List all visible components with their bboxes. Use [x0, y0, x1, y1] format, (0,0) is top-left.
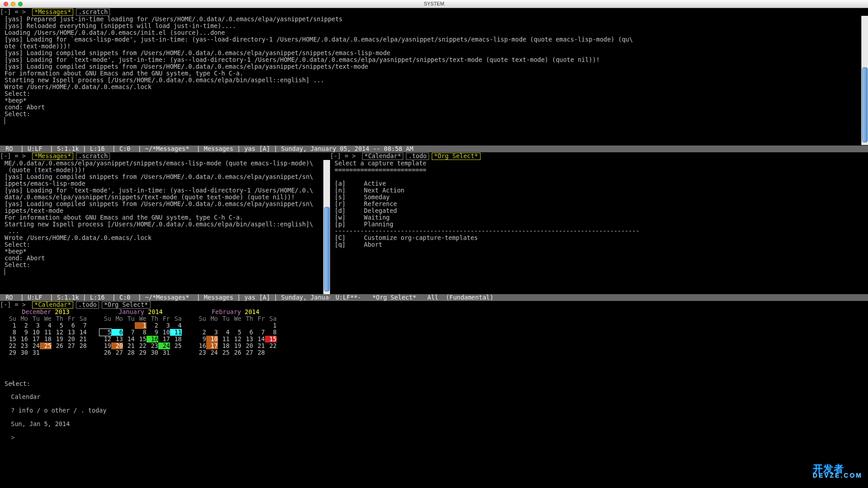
tab-scratch[interactable]: .scratch [76, 153, 110, 160]
calendar-day[interactable]: 29 [135, 349, 146, 356]
tab-messages[interactable]: *Messages* [32, 153, 73, 160]
calendar-day[interactable]: 7 [75, 322, 87, 329]
calendar-day[interactable]: 19 [99, 343, 111, 349]
close-window-icon[interactable] [4, 2, 8, 6]
calendar-day[interactable]: 14 [123, 336, 135, 343]
calendar-day[interactable]: 1 [265, 322, 277, 329]
calendar-day[interactable]: 7 [123, 329, 135, 336]
calendar-day[interactable]: 15 [265, 336, 277, 343]
calendar-day[interactable]: 11 [218, 336, 230, 343]
calendar-next-icon[interactable]: > [11, 434, 14, 441]
calendar-day[interactable]: 18 [40, 336, 52, 343]
calendar-day[interactable]: 26 [99, 349, 111, 356]
calendar-day[interactable]: 17 [28, 336, 40, 343]
calendar-day[interactable]: 13 [111, 336, 123, 343]
calendar-day[interactable]: 14 [253, 336, 265, 343]
calendar-day[interactable]: 19 [52, 336, 63, 343]
calendar-day[interactable]: 12 [99, 336, 111, 343]
calendar-day[interactable]: 15 [5, 336, 16, 343]
calendar-day[interactable]: 23 [146, 343, 158, 349]
tab-messages[interactable]: *Messages* [32, 9, 73, 16]
calendar-day[interactable]: 21 [123, 343, 135, 349]
capture-footer-option[interactable]: [q] Abort [335, 241, 868, 248]
calendar-day[interactable]: 7 [253, 329, 265, 336]
calendar-day[interactable]: 22 [5, 343, 16, 349]
calendar-day[interactable]: 13 [241, 336, 253, 343]
calendar-day[interactable]: 3 [158, 322, 170, 329]
calendar-day[interactable]: 2 [146, 322, 158, 329]
calendar-day[interactable]: 29 [5, 349, 16, 356]
calendar-day[interactable]: 1 [5, 322, 16, 329]
calendar-day[interactable]: 26 [52, 343, 63, 349]
tab-calendar[interactable]: *Calendar* [32, 301, 73, 309]
calendar-day[interactable]: 25 [218, 349, 230, 356]
calendar-day[interactable]: 11 [40, 329, 52, 336]
calendar-day[interactable]: 21 [75, 336, 87, 343]
calendar-day[interactable]: 15 [135, 336, 146, 343]
calendar-day[interactable]: 10 [158, 329, 170, 336]
capture-template-option[interactable]: [p] Planning [335, 221, 868, 228]
scrollbar-midleft[interactable] [323, 160, 330, 294]
capture-template-option[interactable]: [d] Delegated [335, 207, 868, 214]
calendar-day[interactable]: 27 [241, 349, 253, 356]
calendar-day[interactable]: 17 [158, 336, 170, 343]
calendar-day[interactable]: 5 [99, 329, 111, 336]
calendar-day[interactable]: 9 [194, 336, 206, 343]
calendar-day[interactable]: 23 [194, 349, 206, 356]
calendar-day[interactable]: 5 [52, 322, 63, 329]
calendar-day[interactable]: 1 [135, 322, 146, 329]
calendar-day[interactable]: 10 [206, 336, 218, 343]
scrollbar-top[interactable] [861, 16, 868, 145]
calendar-day[interactable]: 16 [194, 343, 206, 349]
calendar-day[interactable]: 4 [40, 322, 52, 329]
calendar-day[interactable]: 9 [146, 329, 158, 336]
calendar-day[interactable]: 27 [111, 349, 123, 356]
calendar-day[interactable]: 30 [16, 349, 28, 356]
calendar-day[interactable]: 16 [146, 336, 158, 343]
calendar-day[interactable]: 20 [111, 343, 123, 349]
calendar-day[interactable]: 13 [63, 329, 75, 336]
calendar-day[interactable]: 6 [111, 329, 123, 336]
calendar-day[interactable]: 26 [230, 349, 241, 356]
calendar-day[interactable]: 22 [265, 343, 277, 349]
calendar-day[interactable]: 20 [241, 343, 253, 349]
calendar-day[interactable]: 24 [158, 343, 170, 349]
minibuffer-prompt[interactable]: Select: [0, 380, 30, 387]
calendar-day[interactable]: 12 [230, 336, 241, 343]
capture-template-option[interactable]: [a] Active [335, 180, 868, 187]
calendar-day[interactable]: 19 [230, 343, 241, 349]
calendar-day[interactable]: 8 [5, 329, 16, 336]
tab-scratch[interactable]: .scratch [76, 9, 110, 16]
capture-template-option[interactable]: [w] Waiting [335, 214, 868, 221]
calendar-day[interactable]: 23 [16, 343, 28, 349]
calendar-day[interactable]: 27 [63, 343, 75, 349]
calendar-day[interactable]: 6 [63, 322, 75, 329]
calendar-day[interactable]: 28 [123, 349, 135, 356]
calendar-day[interactable]: 21 [253, 343, 265, 349]
zoom-window-icon[interactable] [18, 2, 23, 6]
calendar-day[interactable]: 24 [206, 349, 218, 356]
calendar-day[interactable]: 24 [28, 343, 40, 349]
calendar-day[interactable]: 20 [63, 336, 75, 343]
calendar-day[interactable]: 10 [28, 329, 40, 336]
calendar-day[interactable]: 25 [170, 343, 182, 349]
calendar-day[interactable]: 31 [158, 349, 170, 356]
calendar-day[interactable]: 3 [28, 322, 40, 329]
calendar-day[interactable]: 16 [16, 336, 28, 343]
calendar-day[interactable]: 30 [146, 349, 158, 356]
calendar-day[interactable]: 3 [206, 329, 218, 336]
calendar-day[interactable]: 8 [265, 329, 277, 336]
calendar-day[interactable]: 8 [135, 329, 146, 336]
minimize-window-icon[interactable] [11, 2, 15, 6]
calendar-day[interactable]: 18 [170, 336, 182, 343]
tab-calendar[interactable]: *Calendar* [362, 153, 403, 160]
calendar-day[interactable]: 28 [75, 343, 87, 349]
calendar-day[interactable]: 28 [253, 349, 265, 356]
calendar-day[interactable]: 5 [230, 329, 241, 336]
calendar-day[interactable]: 25 [40, 343, 52, 349]
calendar-day[interactable]: 31 [28, 349, 40, 356]
calendar-day[interactable]: 4 [218, 329, 230, 336]
calendar-day[interactable]: 12 [52, 329, 63, 336]
calendar-day[interactable]: 4 [170, 322, 182, 329]
tab-orgselect[interactable]: *Org Select* [102, 301, 151, 309]
